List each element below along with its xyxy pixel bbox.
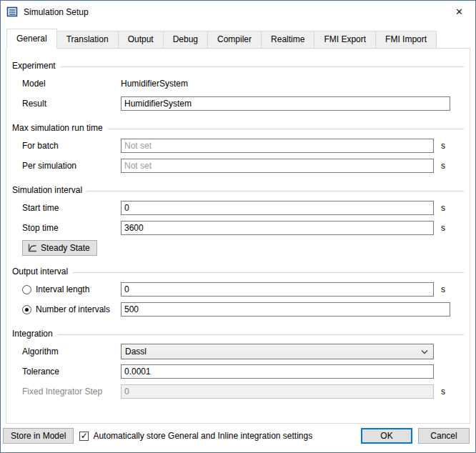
- window-title: Simulation Setup: [24, 7, 443, 17]
- fixed-integrator-step-input: [121, 384, 434, 399]
- integration-group-header: Integration: [12, 327, 464, 340]
- number-of-intervals-radio-wrap[interactable]: Number of intervals: [22, 304, 121, 314]
- auto-store-label: Automatically store General and Inline i…: [93, 431, 312, 441]
- integration-group: Integration Algorithm Dassl Tolerance: [6, 327, 470, 402]
- algorithm-selected-value: Dassl: [125, 347, 147, 357]
- fixed-integrator-step-row: Fixed Integrator Step s: [22, 382, 450, 402]
- tab-compiler[interactable]: Compiler: [207, 31, 262, 49]
- general-tab-panel: Experiment Model HumidifierSystem Result…: [6, 48, 470, 424]
- for-batch-input[interactable]: [121, 139, 434, 153]
- tab-debug[interactable]: Debug: [163, 31, 208, 49]
- titlebar: Simulation Setup ✕: [1, 1, 475, 23]
- fixed-integrator-step-unit: s: [434, 387, 450, 397]
- simulation-interval-group-title: Simulation interval: [12, 185, 87, 195]
- algorithm-label: Algorithm: [22, 347, 121, 357]
- interval-length-radio-wrap[interactable]: Interval length: [22, 284, 121, 294]
- result-row: Result: [22, 94, 450, 114]
- steady-state-row: Steady State: [6, 238, 470, 257]
- max-run-time-group-title: Max simulation run time: [12, 123, 108, 133]
- algorithm-select[interactable]: Dassl: [121, 344, 434, 359]
- interval-length-label: Interval length: [36, 284, 89, 294]
- tab-fmi-export[interactable]: FMI Export: [314, 31, 376, 49]
- cancel-button[interactable]: Cancel: [418, 428, 470, 444]
- number-of-intervals-input[interactable]: [121, 302, 450, 317]
- stop-time-label: Stop time: [22, 223, 121, 233]
- tolerance-row: Tolerance: [22, 362, 450, 382]
- max-run-time-group-header: Max simulation run time: [12, 121, 464, 134]
- interval-length-row: Interval length s: [22, 279, 450, 299]
- simulation-interval-group: Simulation interval Start time s Stop ti…: [6, 184, 470, 257]
- start-time-row: Start time s: [22, 198, 450, 218]
- for-batch-unit: s: [434, 141, 450, 151]
- number-of-intervals-row: Number of intervals: [22, 299, 450, 319]
- steady-state-chart-icon: [27, 243, 37, 253]
- tab-general[interactable]: General: [6, 29, 57, 49]
- for-batch-row: For batch s: [22, 136, 450, 156]
- for-batch-label: For batch: [22, 141, 121, 151]
- per-simulation-row: Per simulation s: [22, 156, 450, 176]
- tab-translation[interactable]: Translation: [56, 31, 119, 49]
- simulation-setup-dialog: Simulation Setup ✕ General Translation O…: [0, 0, 476, 453]
- interval-length-radio[interactable]: [22, 285, 31, 294]
- result-input[interactable]: [121, 96, 450, 111]
- fixed-integrator-step-label: Fixed Integrator Step: [22, 387, 121, 397]
- number-of-intervals-label: Number of intervals: [36, 304, 110, 314]
- integration-group-title: Integration: [12, 329, 58, 339]
- start-time-label: Start time: [22, 203, 121, 213]
- model-label: Model: [22, 79, 121, 89]
- tab-bar: General Translation Output Debug Compile…: [1, 23, 475, 49]
- per-simulation-label: Per simulation: [22, 161, 121, 171]
- dialog-footer: Store in Model ✓ Automatically store Gen…: [1, 424, 475, 452]
- simulation-interval-group-header: Simulation interval: [12, 184, 464, 196]
- steady-state-button[interactable]: Steady State: [22, 240, 97, 256]
- tab-output[interactable]: Output: [118, 31, 164, 49]
- close-icon: ✕: [455, 6, 463, 17]
- tab-realtime[interactable]: Realtime: [261, 31, 314, 49]
- auto-store-checkbox[interactable]: ✓: [79, 432, 89, 441]
- checkmark-icon: ✓: [81, 432, 88, 440]
- output-interval-group-title: Output interval: [12, 267, 73, 277]
- stop-time-input[interactable]: [121, 221, 434, 235]
- number-of-intervals-radio[interactable]: [22, 305, 31, 314]
- output-interval-group: Output interval Interval length s Number…: [6, 265, 470, 319]
- model-row: Model HumidifierSystem: [22, 74, 450, 94]
- model-value: HumidifierSystem: [121, 79, 450, 89]
- per-simulation-unit: s: [434, 161, 450, 171]
- algorithm-row: Algorithm Dassl: [22, 342, 450, 362]
- max-run-time-group: Max simulation run time For batch s Per …: [6, 121, 470, 176]
- chevron-down-icon: [421, 349, 428, 354]
- interval-length-input[interactable]: [121, 282, 434, 297]
- start-time-input[interactable]: [121, 201, 434, 215]
- store-in-model-button[interactable]: Store in Model: [3, 428, 74, 444]
- ok-button[interactable]: OK: [361, 428, 412, 444]
- simulation-setup-icon: [6, 6, 19, 18]
- tab-fmi-import[interactable]: FMI Import: [375, 31, 437, 49]
- experiment-group-header: Experiment: [12, 59, 464, 72]
- per-simulation-input[interactable]: [121, 159, 434, 173]
- tolerance-input[interactable]: [121, 364, 434, 379]
- interval-length-unit: s: [434, 284, 450, 294]
- result-label: Result: [22, 99, 121, 109]
- start-time-unit: s: [434, 203, 450, 213]
- stop-time-unit: s: [434, 223, 450, 233]
- experiment-group: Experiment Model HumidifierSystem Result: [6, 59, 470, 114]
- close-button[interactable]: ✕: [443, 1, 475, 23]
- stop-time-row: Stop time s: [22, 218, 450, 238]
- steady-state-button-label: Steady State: [41, 243, 90, 253]
- tolerance-label: Tolerance: [22, 367, 121, 377]
- auto-store-checkbox-wrap[interactable]: ✓ Automatically store General and Inline…: [79, 431, 312, 441]
- experiment-group-title: Experiment: [12, 61, 61, 71]
- output-interval-group-header: Output interval: [12, 265, 464, 278]
